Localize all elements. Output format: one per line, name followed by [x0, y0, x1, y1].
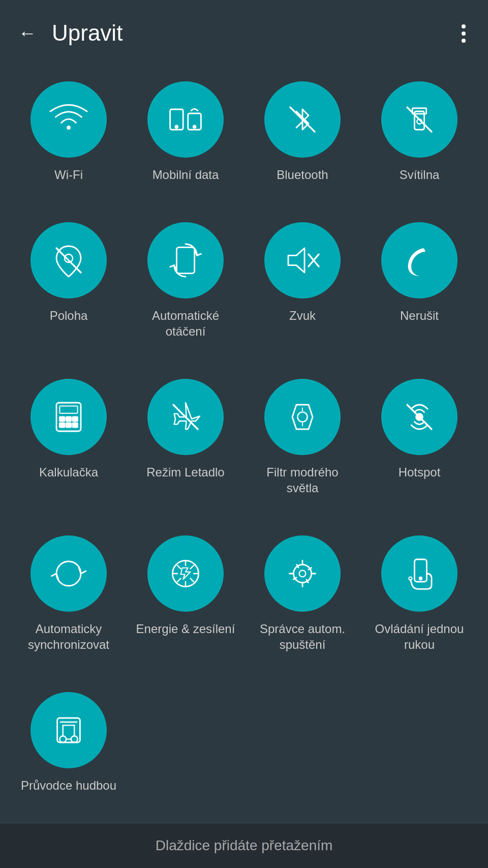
- page-title: Upravit: [52, 20, 123, 46]
- tile-label-location: Poloha: [50, 308, 88, 323]
- svg-rect-11: [176, 247, 194, 273]
- tile-startup-manager[interactable]: Správce autom. spuštění: [244, 525, 361, 682]
- svg-rect-20: [59, 423, 65, 427]
- tile-icon-blue-light: [264, 379, 341, 455]
- tile-label-auto-sync: Automaticky synchronizovat: [15, 621, 122, 652]
- tile-icon-hotspot: [381, 379, 458, 455]
- tile-auto-rotate[interactable]: Automatické otáčení: [127, 212, 244, 369]
- tile-icon-auto-rotate: [147, 222, 224, 298]
- tile-icon-calculator: [30, 379, 107, 455]
- tile-label-bluetooth: Bluetooth: [277, 167, 328, 183]
- tile-label-wifi: Wi-Fi: [54, 167, 83, 183]
- tile-label-sound: Zvuk: [289, 308, 316, 323]
- tile-icon-flashlight: [381, 81, 458, 158]
- tile-icon-bluetooth: [264, 81, 341, 158]
- tile-label-flashlight: Svítilna: [400, 167, 440, 183]
- tile-icon-sound: [264, 222, 341, 298]
- header: ← Upravit: [0, 0, 488, 61]
- tile-label-one-hand: Ovládání jednou rukou: [366, 621, 473, 652]
- tile-auto-sync[interactable]: Automaticky synchronizovat: [10, 525, 127, 682]
- tile-label-blue-light: Filtr modrého světla: [249, 464, 356, 496]
- tile-label-calculator: Kalkulačka: [39, 464, 98, 480]
- svg-point-33: [419, 577, 422, 580]
- footer-hint: Dlaždice přidáte přetažením: [0, 823, 488, 868]
- tile-label-startup-manager: Správce autom. spuštění: [249, 621, 356, 652]
- tile-calculator[interactable]: Kalkulačka: [10, 369, 127, 525]
- tile-location[interactable]: Poloha: [10, 212, 127, 369]
- tile-icon-do-not-disturb: [381, 222, 458, 298]
- svg-rect-16: [59, 406, 77, 413]
- tiles-grid: Wi-Fi Mobilní data Bluetooth Svítilna Po…: [0, 61, 488, 823]
- back-button[interactable]: ←: [18, 22, 37, 44]
- tile-icon-startup-manager: [264, 535, 341, 612]
- tile-energy[interactable]: Energie & zesílení: [127, 525, 244, 682]
- svg-rect-22: [73, 423, 78, 427]
- tile-icon-music-guide: [30, 692, 107, 768]
- svg-point-34: [409, 577, 412, 580]
- tile-label-energy: Energie & zesílení: [136, 621, 235, 637]
- more-menu-button[interactable]: [458, 20, 470, 47]
- tile-hotspot[interactable]: Hotspot: [361, 369, 478, 525]
- svg-rect-19: [73, 417, 78, 421]
- svg-point-24: [297, 412, 307, 422]
- svg-point-30: [293, 564, 311, 582]
- tile-mobile-data[interactable]: Mobilní data: [127, 71, 244, 212]
- tile-label-mobile-data: Mobilní data: [152, 167, 219, 183]
- tile-wifi[interactable]: Wi-Fi: [10, 71, 127, 212]
- tile-bluetooth[interactable]: Bluetooth: [244, 71, 361, 212]
- svg-point-36: [59, 736, 66, 742]
- tile-one-hand[interactable]: Ovládání jednou rukou: [361, 525, 478, 682]
- svg-marker-12: [288, 248, 304, 273]
- tile-icon-location: [30, 222, 107, 298]
- tile-music-guide[interactable]: Průvodce hudbou: [10, 682, 127, 823]
- svg-point-31: [299, 571, 306, 577]
- tile-airplane[interactable]: Režim Letadlo: [127, 369, 244, 525]
- svg-rect-21: [66, 423, 71, 427]
- svg-point-37: [71, 736, 78, 742]
- tile-icon-wifi: [30, 81, 107, 158]
- tile-label-airplane: Režim Letadlo: [146, 464, 224, 480]
- tile-icon-energy: [147, 535, 224, 612]
- tile-icon-airplane: [147, 379, 224, 455]
- tile-icon-one-hand: [381, 535, 458, 612]
- tile-label-music-guide: Průvodce hudbou: [21, 777, 116, 793]
- tile-label-auto-rotate: Automatické otáčení: [132, 308, 239, 339]
- svg-rect-17: [59, 417, 65, 421]
- svg-line-10: [56, 248, 81, 273]
- tile-do-not-disturb[interactable]: Nerušit: [361, 212, 478, 369]
- svg-rect-18: [66, 417, 71, 421]
- tile-icon-auto-sync: [30, 535, 107, 612]
- tile-blue-light[interactable]: Filtr modrého světla: [244, 369, 361, 525]
- tile-label-hotspot: Hotspot: [399, 464, 441, 480]
- svg-point-3: [193, 126, 196, 128]
- tile-sound[interactable]: Zvuk: [244, 212, 361, 369]
- tile-flashlight[interactable]: Svítilna: [361, 71, 478, 212]
- svg-point-1: [175, 126, 178, 128]
- tile-label-do-not-disturb: Nerušit: [400, 308, 439, 323]
- tile-icon-mobile-data: [147, 81, 224, 158]
